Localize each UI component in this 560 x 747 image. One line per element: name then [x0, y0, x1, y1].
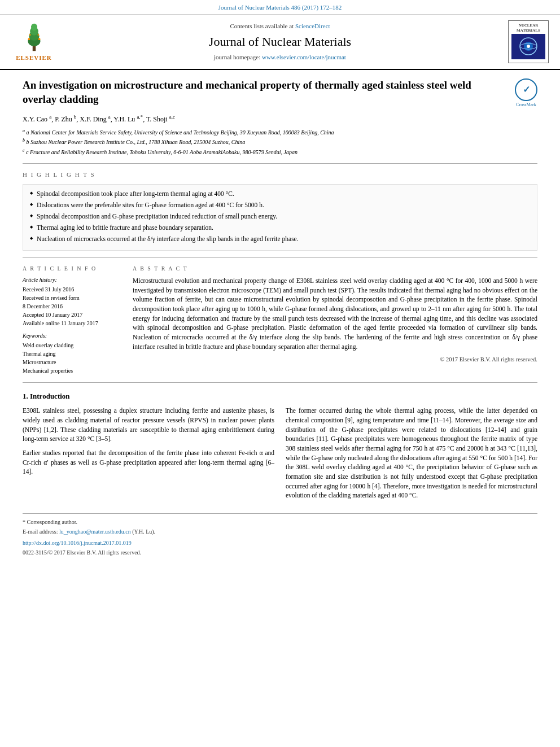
abstract-label: A B S T R A C T — [133, 265, 537, 273]
affiliation-b: b b Suzhou Nuclear Power Research Instit… — [23, 137, 537, 146]
svg-point-4 — [31, 24, 37, 31]
journal-center-info: Contents lists available at ScienceDirec… — [56, 22, 504, 62]
introduction-two-col: E308L stainless steel, possessing a dupl… — [23, 406, 537, 505]
corresponding-author-note: * Corresponding author. — [23, 518, 537, 526]
svg-point-7 — [29, 34, 30, 36]
article-info-abstract-section: A R T I C L E I N F O Article history: R… — [23, 265, 537, 375]
svg-point-13 — [527, 45, 530, 48]
crossmark-label: CrossMark — [515, 102, 537, 108]
article-content: An investigation on microstructure and m… — [0, 70, 560, 565]
svg-point-6 — [38, 38, 40, 40]
authors-line: X.Y. Cao a, P. Zhu b, X.F. Ding a, Y.H. … — [23, 113, 537, 124]
copyright-line: © 2017 Elsevier B.V. All rights reserved… — [133, 356, 537, 364]
homepage-link[interactable]: www.elsevier.com/locate/jnucmat — [262, 54, 346, 60]
intro-para-1: E308L stainless steel, possessing a dupl… — [23, 406, 274, 444]
received-revised-label: Received in revised form — [23, 294, 121, 302]
received-date: Received 31 July 2016 — [23, 286, 121, 294]
affiliation-a: a a National Center for Materials Servic… — [23, 128, 537, 137]
article-history: Article history: Received 31 July 2016 R… — [23, 276, 121, 327]
jnm-logo-image — [511, 34, 545, 59]
jnm-logo: NUCLEAR MATERIALS — [504, 20, 549, 63]
doi-link[interactable]: http://dx.doi.org/10.1016/j.jnucmat.2017… — [23, 540, 132, 546]
intro-right-col: The former occurred during the whole the… — [286, 406, 537, 505]
article-info-label: A R T I C L E I N F O — [23, 265, 121, 273]
divider-1 — [23, 163, 537, 164]
keyword-3: Microstructure — [23, 359, 121, 366]
jnm-logo-label: NUCLEAR MATERIALS — [511, 23, 546, 33]
divider-2 — [23, 257, 537, 258]
highlights-section: H I G H L I G H T S Spinodal decompositi… — [23, 171, 537, 251]
history-label: Article history: — [23, 276, 121, 284]
journal-header: ELSEVIER Contents lists available at Sci… — [0, 15, 560, 70]
elsevier-logo: ELSEVIER — [11, 21, 56, 62]
highlight-item-3: Spinodal decomposition and G-phase preci… — [30, 212, 530, 221]
email-link[interactable]: lu_yonghao@mater.ustb.edu.cn — [59, 528, 131, 535]
journal-title: Journal of Nuclear Materials — [56, 33, 504, 51]
introduction-section: 1. Introduction E308L stainless steel, p… — [23, 391, 537, 505]
accepted-date: Accepted 10 January 2017 — [23, 311, 121, 319]
intro-para-2: Earlier studies reported that the decomp… — [23, 448, 274, 477]
highlights-title: H I G H L I G H T S — [23, 171, 537, 179]
elsevier-wordmark: ELSEVIER — [16, 54, 52, 62]
keyword-1: Weld overlay cladding — [23, 342, 121, 350]
divider-3 — [23, 382, 537, 383]
affiliations: a a National Center for Materials Servic… — [23, 128, 537, 156]
intro-para-3: The former occurred during the whole the… — [286, 406, 537, 500]
footer-issn: 0022-3115/© 2017 Elsevier B.V. All right… — [23, 549, 537, 557]
svg-point-5 — [28, 38, 30, 40]
journal-reference-bar: Journal of Nuclear Materials 486 (2017) … — [0, 0, 560, 15]
crossmark-badge: ✓ CrossMark — [515, 78, 537, 108]
affiliation-c: c c Fracture and Reliability Research In… — [23, 147, 537, 156]
highlight-item-4: Thermal aging led to brittle fracture an… — [30, 223, 530, 232]
footer-email: E-mail address: lu_yonghao@mater.ustb.ed… — [23, 528, 537, 536]
available-online: Available online 11 January 2017 — [23, 320, 121, 327]
keywords-label: Keywords: — [23, 332, 121, 340]
highlight-item-5: Nucleation of microcracks occurred at th… — [30, 234, 530, 243]
journal-ref-text: Journal of Nuclear Materials 486 (2017) … — [218, 4, 342, 11]
article-info-col: A R T I C L E I N F O Article history: R… — [23, 265, 121, 375]
article-title: An investigation on microstructure and m… — [23, 78, 506, 106]
sciencedirect-link[interactable]: ScienceDirect — [295, 23, 330, 29]
article-title-section: An investigation on microstructure and m… — [23, 78, 537, 108]
received-revised-date: 8 December 2016 — [23, 303, 121, 311]
keywords-section: Keywords: Weld overlay cladding Thermal … — [23, 332, 121, 375]
contents-line: Contents lists available at ScienceDirec… — [56, 22, 504, 30]
highlights-box: Spinodal decomposition took place after … — [23, 184, 537, 251]
abstract-text: Microstructural evolution and mechanical… — [133, 276, 537, 351]
jnm-logo-box: NUCLEAR MATERIALS — [508, 20, 549, 63]
highlight-item-1: Spinodal decomposition took place after … — [30, 189, 530, 198]
svg-point-8 — [37, 34, 39, 36]
article-footer: * Corresponding author. E-mail address: … — [23, 513, 537, 557]
elsevier-tree-icon — [19, 21, 50, 53]
abstract-col: A B S T R A C T Microstructural evolutio… — [133, 265, 537, 375]
intro-left-col: E308L stainless steel, possessing a dupl… — [23, 406, 274, 505]
highlight-item-2: Dislocations were the preferable sites f… — [30, 200, 530, 209]
introduction-header: 1. Introduction — [23, 391, 537, 401]
footer-doi: http://dx.doi.org/10.1016/j.jnucmat.2017… — [23, 539, 537, 547]
crossmark-icon: ✓ — [515, 78, 537, 101]
keyword-2: Thermal aging — [23, 350, 121, 358]
keyword-4: Mechanical properties — [23, 367, 121, 375]
journal-homepage: journal homepage: www.elsevier.com/locat… — [56, 53, 504, 62]
